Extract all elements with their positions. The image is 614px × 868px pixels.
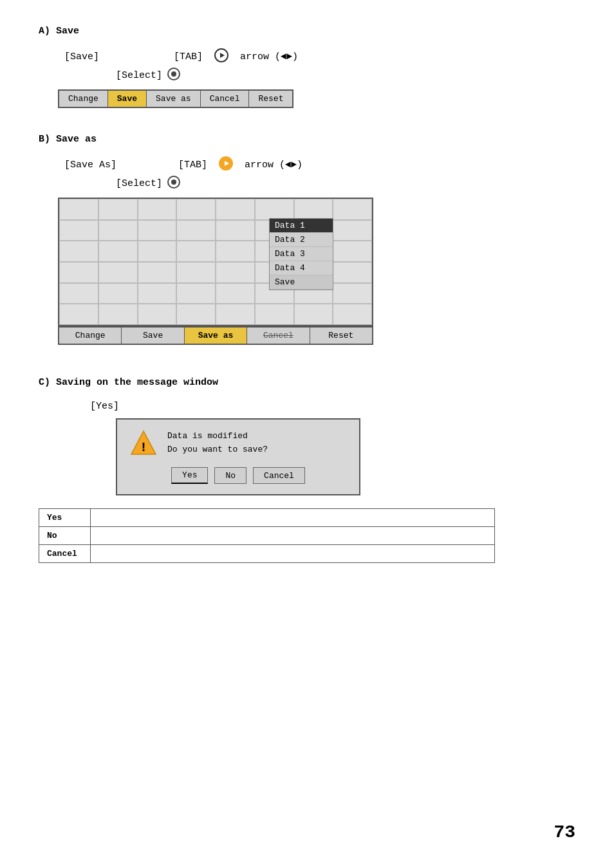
grid-cell [294,304,333,325]
grid-cell [216,220,255,241]
section-c-title: C) Saving on the message window [39,377,575,388]
grid-cell [98,241,138,262]
section-a-title: A) Save [39,26,575,37]
svg-point-3 [171,71,176,77]
save-label-a: [Save] [64,51,99,62]
grid-cell [255,304,294,325]
dialog-content: ! Data is modified Do you want to save? [130,430,346,457]
table-row: Cancel [39,545,495,563]
play-icon-b [219,156,233,173]
toolbar-a-save[interactable]: Save [108,91,147,107]
grid-cell [216,241,255,262]
dialog-line1: Data is modified [167,431,248,441]
section-c: C) Saving on the message window [Yes] ! … [39,377,575,563]
save-as-label-b: [Save As] [64,160,116,171]
toolbar-a-change[interactable]: Change [59,91,108,107]
dropdown-item-save[interactable]: Save [270,275,333,290]
select-icon-b [167,176,180,191]
data-grid-b: Data 1 Data 2 Data 3 Data 4 Save [58,198,373,326]
dropdown-item-data3[interactable]: Data 3 [270,247,333,261]
grid-cell [98,220,138,241]
grid-cell [138,262,177,283]
toolbar-b-save[interactable]: Save [122,328,184,344]
grid-cell [59,199,98,220]
table-row: No [39,527,495,545]
arrow-label-a: arrow (◄►) [240,51,298,62]
section-b-grid-container: Data 1 Data 2 Data 3 Data 4 Save Change … [58,198,575,345]
grid-cell [138,220,177,241]
toolbar-b: Change Save Save as Cancel Reset [58,326,373,345]
grid-cell [333,283,372,304]
toolbar-b-cancel[interactable]: Cancel [247,328,310,344]
dialog-message: Data is modified Do you want to save? [167,430,268,457]
section-a-select-row: [Select] [39,68,575,83]
grid-cell [59,241,98,262]
grid-cell [59,304,98,325]
grid-cell [176,199,216,220]
toolbar-a-cancel[interactable]: Cancel [201,91,250,107]
dialog-line2: Do you want to save? [167,445,268,454]
section-b-select-row: [Select] [39,176,575,191]
table-key-yes: Yes [39,509,91,527]
select-label-a: [Select] [116,70,162,81]
table-value-no [91,527,495,545]
grid-cell [138,241,177,262]
select-icon-a [167,68,180,83]
grid-cell [216,283,255,304]
dropdown-item-data2[interactable]: Data 2 [270,233,333,247]
dialog-box: ! Data is modified Do you want to save? … [116,418,360,495]
toolbar-b-reset[interactable]: Reset [310,328,372,344]
table-key-cancel: Cancel [39,545,91,563]
grid-cell [333,220,372,241]
dropdown-item-data1[interactable]: Data 1 [270,219,333,233]
grid-cell [59,283,98,304]
grid-cell [98,283,138,304]
dialog-buttons: Yes No Cancel [130,467,346,484]
grid-cell [216,262,255,283]
grid-cell [176,262,216,283]
toolbar-b-change[interactable]: Change [59,328,122,344]
dropdown-item-data4[interactable]: Data 4 [270,261,333,275]
arrow-label-b: arrow (◄►) [245,160,302,171]
grid-cell [294,199,333,220]
grid-cell [138,304,177,325]
section-a-instruction-row: [Save] [TAB] arrow (◄►) [39,48,575,65]
select-label-b: [Select] [116,178,162,189]
dialog-no-button[interactable]: No [214,467,247,484]
section-b-title: B) Save as [39,134,575,145]
yes-bracket-label: [Yes] [90,401,575,412]
grid-cell [98,304,138,325]
grid-cell [138,283,177,304]
section-a: A) Save [Save] [TAB] arrow (◄►) [Select] [39,26,575,108]
table-value-cancel [91,545,495,563]
grid-cell [176,283,216,304]
grid-cell [176,241,216,262]
grid-cell [176,304,216,325]
grid-cell [98,262,138,283]
section-b: B) Save as [Save As] [TAB] arrow (◄►) [S… [39,134,575,345]
page-number: 73 [554,822,575,842]
toolbar-a-reset[interactable]: Reset [249,91,292,107]
svg-point-7 [171,180,176,185]
grid-cell [333,241,372,262]
table-key-no: No [39,527,91,545]
grid-cell [333,262,372,283]
tab-label-b: [TAB] [178,160,207,171]
dialog-cancel-button[interactable]: Cancel [253,467,305,484]
svg-text:!: ! [140,440,147,455]
toolbar-a: Change Save Save as Cancel Reset [58,89,293,108]
grid-cell [216,199,255,220]
grid-cell [216,304,255,325]
data-dropdown[interactable]: Data 1 Data 2 Data 3 Data 4 Save [269,218,333,290]
play-icon-a [214,48,228,65]
dialog-yes-button[interactable]: Yes [171,467,208,484]
tab-label-a: [TAB] [174,51,203,62]
table-value-yes [91,509,495,527]
table-row: Yes [39,509,495,527]
toolbar-a-save-as[interactable]: Save as [147,91,201,107]
grid-cell [255,199,294,220]
action-table: Yes No Cancel [39,508,495,563]
grid-cell [59,220,98,241]
grid-cell [138,199,177,220]
toolbar-b-save-as[interactable]: Save as [185,328,247,344]
